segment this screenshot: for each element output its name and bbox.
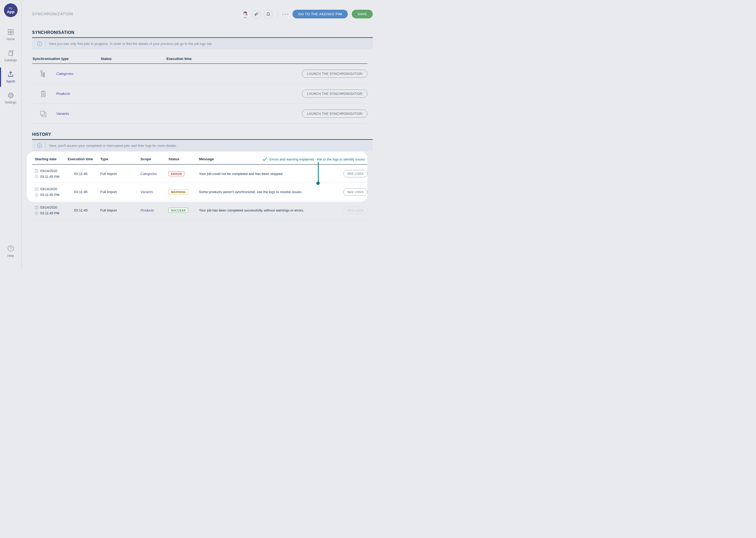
sidebar-item-label: Home xyxy=(6,37,15,41)
column-header-starting-date: Starting date xyxy=(32,157,68,161)
sync-row-label-products[interactable]: Products xyxy=(56,92,101,96)
question-icon xyxy=(7,245,15,252)
grid-icon xyxy=(7,28,14,35)
sync-row-label-variants[interactable]: Variants xyxy=(56,112,101,116)
column-header-scope: Scope xyxy=(140,157,168,161)
clock-icon xyxy=(35,193,38,197)
see-logs-button[interactable]: SEE LOGS xyxy=(343,170,367,177)
book-icon xyxy=(7,50,14,56)
history-info-text: Here, you'll access your completed or in… xyxy=(49,144,177,148)
check-icon xyxy=(262,157,267,161)
sidebar-item-label: Help xyxy=(7,254,14,258)
launch-synchronisation-button[interactable]: LAUNCH THE SYNCHRONISATION xyxy=(302,70,367,78)
execution-time-value: 03:11:45 xyxy=(68,208,100,212)
table-row: 03/14/2020 03:11:45 PM 03:11:45 Full imp… xyxy=(32,201,367,220)
column-header-execution-time: Execution time xyxy=(68,157,100,161)
column-header-execution-time: Execution time xyxy=(166,57,367,61)
sync-row-label-categories[interactable]: Categories xyxy=(56,72,101,76)
column-header-status: Status xyxy=(168,157,199,161)
scope-link[interactable]: Variants xyxy=(140,190,168,194)
app-logo-line2: App xyxy=(7,10,15,14)
sidebar-item-catalogs[interactable]: Catalogs xyxy=(0,46,21,65)
sidebar-item-synch[interactable]: Synch xyxy=(0,68,21,87)
see-logs-button-disabled: SEE LOGS xyxy=(343,207,367,214)
table-row: Variants LAUNCH THE SYNCHRONISATION xyxy=(32,104,367,124)
clock-icon xyxy=(35,175,38,178)
scope-link[interactable]: Products xyxy=(140,208,168,212)
history-table-header: Starting date Execution time Type Scope … xyxy=(32,151,367,165)
status-badge: ERROR xyxy=(168,171,184,176)
clock-icon xyxy=(35,211,38,215)
app-logo[interactable]: My App xyxy=(4,3,18,17)
sidebar-item-label: Synch xyxy=(6,80,15,83)
sidebar-item-label: Settings xyxy=(5,101,16,104)
sync-info-banner: i Here you can only find jobs in progres… xyxy=(32,38,373,49)
sidebar-item-label: Catalogs xyxy=(4,58,17,62)
starting-date-value: 03/14/2020 xyxy=(40,187,57,191)
banner-divider xyxy=(45,142,45,149)
column-header-type: Type xyxy=(100,157,140,161)
type-value: Full import xyxy=(100,190,140,194)
info-icon: i xyxy=(37,143,42,148)
history-table: Starting date Execution time Type Scope … xyxy=(32,151,367,220)
calendar-icon xyxy=(35,206,38,209)
status-badge: SUCCESS xyxy=(168,208,188,213)
column-header-type: Synchronisation type xyxy=(32,57,101,61)
column-header-status: Status xyxy=(101,57,166,61)
type-value: Full import xyxy=(100,208,140,212)
history-info-banner: i Here, you'll access your completed or … xyxy=(32,140,373,151)
starting-time-value: 03:11:45 PM xyxy=(40,211,59,215)
calendar-icon xyxy=(35,169,38,173)
copies-icon xyxy=(32,110,56,117)
launch-synchronisation-button[interactable]: LAUNCH THE SYNCHRONISATION xyxy=(302,110,367,118)
app-window: My App Home Cat xyxy=(0,0,378,269)
message-text: Some products weren't synchronized; see … xyxy=(199,190,342,194)
annotation-pointer-dot xyxy=(316,182,320,185)
see-logs-button[interactable]: SEE LOGS xyxy=(343,188,367,196)
table-row: Products LAUNCH THE SYNCHRONISATION xyxy=(32,84,367,104)
main-content: SYNCHRONISATION i Here you can only find… xyxy=(32,0,373,220)
sidebar-nav: Home Catalogs Synch xyxy=(0,26,21,108)
status-badge: WARNING xyxy=(168,189,188,194)
table-row: Categories LAUNCH THE SYNCHRONISATION xyxy=(32,64,367,84)
launch-synchronisation-button[interactable]: LAUNCH THE SYNCHRONISATION xyxy=(302,89,367,98)
table-row: 03/14/2020 03:11:45 PM 03:11:45 Full imp… xyxy=(32,165,367,183)
app-logo-line1: My xyxy=(9,7,12,10)
starting-date-value: 03/14/2020 xyxy=(40,169,57,173)
calendar-icon xyxy=(35,187,38,191)
scope-link[interactable]: Categories xyxy=(140,172,168,176)
starting-time-value: 03:11:45 PM xyxy=(40,175,59,179)
upload-icon xyxy=(7,71,14,78)
annotation-pointer-line xyxy=(318,162,319,183)
execution-time-value: 03:11:45 xyxy=(68,172,100,176)
sidebar: My App Home Cat xyxy=(0,0,22,269)
gear-icon xyxy=(7,92,14,99)
starting-date-value: 03/14/2020 xyxy=(40,205,57,209)
banner-divider xyxy=(45,40,45,47)
category-tree-icon xyxy=(32,70,56,78)
message-text: Your job has been completed successfully… xyxy=(199,208,342,212)
table-row: 03/14/2020 03:11:45 PM 03:11:45 Full imp… xyxy=(32,183,367,201)
sidebar-item-settings[interactable]: Settings xyxy=(0,89,21,108)
sync-section-title: SYNCHRONISATION xyxy=(32,30,373,38)
execution-time-value: 03:11:45 xyxy=(68,190,100,194)
sync-table-header: Synchronisation type Status Execution ti… xyxy=(32,49,367,64)
sync-info-text: Here you can only find jobs in progress.… xyxy=(49,42,213,46)
info-icon: i xyxy=(37,41,42,46)
annotation-note: Errors and warning explained - link to t… xyxy=(262,157,365,161)
starting-time-value: 03:11:45 PM xyxy=(40,193,59,197)
message-text: Your job could not be completed and has … xyxy=(199,172,342,176)
sidebar-item-home[interactable]: Home xyxy=(0,26,21,44)
sidebar-item-help[interactable]: Help xyxy=(0,242,21,261)
type-value: Full import xyxy=(100,172,140,176)
history-section-title: HISTORY xyxy=(32,132,373,140)
clipboard-icon xyxy=(32,90,56,97)
sync-table: Synchronisation type Status Execution ti… xyxy=(32,49,367,124)
annotation-text: Errors and warning explained - link to t… xyxy=(269,157,365,161)
